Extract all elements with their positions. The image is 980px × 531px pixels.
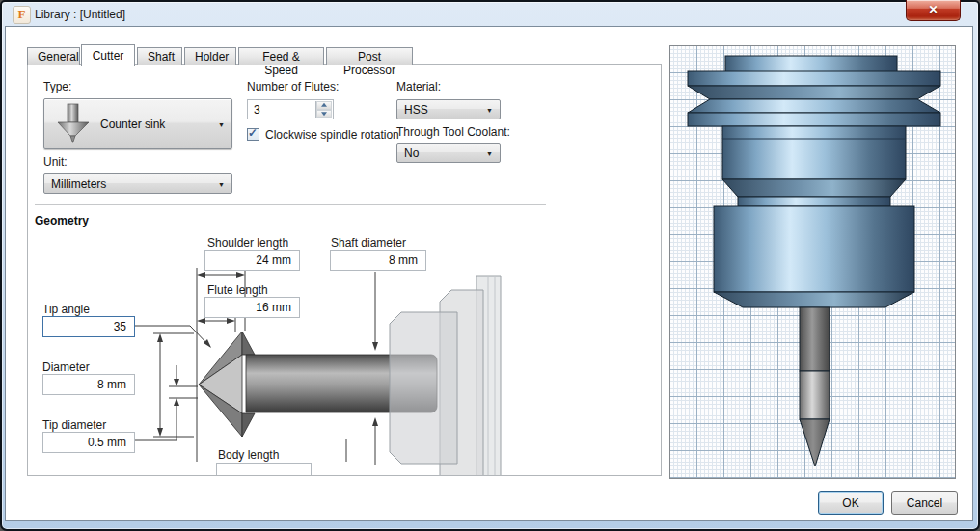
app-logo-icon: F <box>13 6 31 24</box>
cancel-button[interactable]: Cancel <box>891 491 958 515</box>
body-length-input[interactable] <box>216 463 312 476</box>
tab-post-processor[interactable]: Post Processor <box>326 47 413 65</box>
material-dropdown[interactable]: HSS ▼ <box>396 99 501 119</box>
coolant-label: Through Tool Coolant: <box>396 125 510 139</box>
unit-value: Millimeters <box>51 177 106 191</box>
type-dropdown[interactable]: Counter sink ▼ <box>43 98 232 149</box>
flutes-label: Number of Flutes: <box>247 80 339 93</box>
tab-general[interactable]: General <box>27 47 80 65</box>
coolant-value: No <box>404 146 419 160</box>
tip-diameter-label: Tip diameter <box>42 418 106 432</box>
flutes-spinner[interactable] <box>315 101 332 118</box>
section-divider <box>35 204 546 205</box>
flute-length-label: Flute length <box>207 283 268 297</box>
material-value: HSS <box>404 103 428 117</box>
shaft-diameter-label: Shaft diameter <box>331 236 406 250</box>
tab-holder[interactable]: Holder <box>184 47 236 65</box>
spindle-rotation-label[interactable]: Clockwise spindle rotation <box>265 128 399 142</box>
chevron-down-icon: ▼ <box>486 149 493 156</box>
coolant-dropdown[interactable]: No ▼ <box>396 143 501 163</box>
ok-button[interactable]: OK <box>818 491 884 515</box>
unit-label: Unit: <box>43 155 68 169</box>
diameter-input[interactable]: 8 mm <box>42 374 135 395</box>
flutes-value: 3 <box>254 103 260 117</box>
tip-diameter-input[interactable]: 0.5 mm <box>42 432 135 453</box>
geometry-section-title: Geometry <box>35 214 89 227</box>
unit-dropdown[interactable]: Millimeters ▼ <box>43 173 232 194</box>
tool-preview-panel[interactable] <box>669 45 956 479</box>
shoulder-length-label: Shoulder length <box>207 236 288 250</box>
chevron-down-icon: ▼ <box>486 106 493 113</box>
title-bar[interactable]: F Library : [Untitled] ✕ <box>2 2 978 27</box>
check-icon: ✓ <box>248 126 258 140</box>
tip-angle-input[interactable]: 35 <box>42 316 135 337</box>
countersink-tool-icon <box>56 103 91 146</box>
chevron-down-icon: ▼ <box>218 180 225 187</box>
flute-length-input[interactable]: 16 mm <box>204 297 300 318</box>
material-label: Material: <box>396 80 441 93</box>
body-length-label: Body length <box>218 448 279 462</box>
tab-feed-speed[interactable]: Feed & Speed <box>238 47 324 65</box>
window-title: Library : [Untitled] <box>35 8 125 21</box>
tip-angle-label: Tip angle <box>42 303 90 316</box>
spin-up-icon[interactable] <box>316 101 332 110</box>
close-button[interactable]: ✕ <box>906 0 961 21</box>
type-label: Type: <box>43 80 71 93</box>
tab-shaft[interactable]: Shaft <box>137 47 182 65</box>
shaft-diameter-input[interactable]: 8 mm <box>330 250 426 271</box>
spindle-rotation-checkbox[interactable]: ✓ <box>247 128 259 141</box>
spin-down-icon[interactable] <box>316 110 332 119</box>
type-value: Counter sink <box>100 118 165 131</box>
flutes-input[interactable]: 3 <box>247 99 334 119</box>
tool-3d-preview <box>670 46 955 478</box>
shoulder-length-input[interactable]: 24 mm <box>204 250 300 271</box>
cutter-tab-panel: Type: Counter sink ▼ Unit: Millimeters ▼ <box>27 64 662 476</box>
library-dialog: F Library : [Untitled] ✕ General Cutter … <box>0 0 980 531</box>
diameter-label: Diameter <box>42 360 90 374</box>
tab-cutter[interactable]: Cutter <box>81 44 135 66</box>
chevron-down-icon: ▼ <box>218 120 225 127</box>
